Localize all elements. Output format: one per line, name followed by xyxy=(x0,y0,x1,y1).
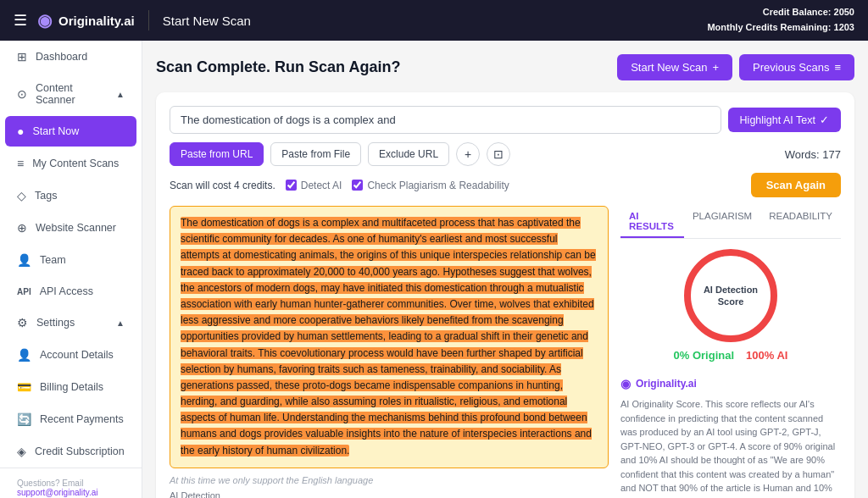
action-row: Paste from URL Paste from File Exclude U… xyxy=(170,142,841,166)
scan-text-input[interactable] xyxy=(170,106,721,134)
sidebar-item-website-scanner[interactable]: ⊕ Website Scanner xyxy=(5,213,136,243)
settings-icon: ⚙ xyxy=(17,316,28,329)
brand-name: Originality.ai xyxy=(636,378,697,390)
sidebar-label-dashboard: Dashboard xyxy=(36,51,87,63)
topbar-divider xyxy=(148,10,149,30)
main-content: Scan Complete. Run Scan Again? Start New… xyxy=(142,41,868,498)
logo: ◉ Originality.ai xyxy=(37,10,135,30)
topbar-page-title: Start New Scan xyxy=(163,14,251,28)
previous-scans-button[interactable]: Previous Scans ≡ xyxy=(739,54,854,80)
results-tabs: AI RESULTS PLAGIARISM READABILITY xyxy=(620,206,841,239)
tab-ai-results[interactable]: AI RESULTS xyxy=(620,206,684,238)
sidebar-label-api-access: API Access xyxy=(40,285,93,297)
payments-icon: 🔄 xyxy=(17,412,31,426)
logo-text: Originality.ai xyxy=(58,14,135,28)
plagiarism-checkbox[interactable]: Check Plagiarism & Readability xyxy=(352,180,509,191)
sidebar-item-billing-details[interactable]: 💳 Billing Details xyxy=(5,372,136,402)
sidebar-item-recent-payments[interactable]: 🔄 Recent Payments xyxy=(5,404,136,434)
scan-input-row: Highlight AI Text ✓ xyxy=(170,106,841,134)
add-button[interactable]: + xyxy=(456,142,480,166)
ai-detection-label: AI Detection xyxy=(170,490,609,498)
sidebar-item-my-team[interactable]: 👤 Team xyxy=(5,245,136,275)
sidebar-label-tags: Tags xyxy=(35,190,57,202)
sidebar-label-team: Team xyxy=(40,254,66,266)
topbar: ☰ ◉ Originality.ai Start New Scan Credit… xyxy=(0,0,868,41)
sidebar-item-my-content-scans[interactable]: ≡ My Content Scans xyxy=(5,148,136,179)
billing-icon: 💳 xyxy=(17,380,31,394)
sidebar-label-start-now: Start Now xyxy=(32,125,79,137)
results-panel: AI RESULTS PLAGIARISM READABILITY AI Det… xyxy=(620,206,841,498)
sidebar: ⊞ Dashboard ⊙ Content Scanner ▲ ● Start … xyxy=(0,41,142,498)
sidebar-bottom: Questions? Email support@originality.ai … xyxy=(0,468,142,498)
credit-balance-label: Credit Balance: xyxy=(763,7,832,17)
page-title: Scan Complete. Run Scan Again? xyxy=(156,58,400,76)
scan-cost: Scan will cost 4 credits. xyxy=(170,180,275,191)
sidebar-item-account-details[interactable]: 👤 Account Details xyxy=(5,340,136,370)
team-icon: 👤 xyxy=(17,253,31,267)
content-scans-icon: ≡ xyxy=(17,157,24,170)
credit-balance-value: 2050 xyxy=(834,7,854,17)
sidebar-item-settings[interactable]: ⚙ Settings ▲ xyxy=(5,307,136,338)
words-count: Words: 177 xyxy=(785,148,841,161)
sidebar-label-recent-payments: Recent Payments xyxy=(40,413,124,425)
sidebar-item-tags[interactable]: ◇ Tags xyxy=(5,180,136,211)
credit-sub-icon: ◈ xyxy=(17,445,26,458)
sidebar-label-billing-details: Billing Details xyxy=(40,381,103,393)
sidebar-item-content-scanner[interactable]: ⊙ Content Scanner ▲ xyxy=(5,74,136,114)
logo-icon: ◉ xyxy=(37,10,52,30)
account-icon: 👤 xyxy=(17,348,31,362)
chevron-up-icon: ▲ xyxy=(116,90,125,99)
support-email-link[interactable]: support@originality.ai xyxy=(17,488,98,497)
sidebar-label-content-scanner: Content Scanner xyxy=(36,82,108,106)
highlight-ai-text-button[interactable]: Highlight AI Text ✓ xyxy=(728,108,841,132)
start-new-scan-button[interactable]: Start New Scan + xyxy=(617,54,732,80)
sidebar-item-start-new-scan[interactable]: ● Start Now xyxy=(5,116,136,147)
chevron-up-icon-settings: ▲ xyxy=(116,318,125,328)
originality-brand: ◉ Originality.ai xyxy=(620,377,841,390)
sidebar-label-account-details: Account Details xyxy=(40,349,114,361)
sidebar-label-my-content-scans: My Content Scans xyxy=(32,158,119,169)
dashboard-icon: ⊞ xyxy=(17,50,27,64)
scan-again-button[interactable]: Scan Again xyxy=(751,173,841,197)
page-header: Scan Complete. Run Scan Again? Start New… xyxy=(156,54,854,80)
paste-from-file-button[interactable]: Paste from File xyxy=(270,142,361,166)
tags-icon: ◇ xyxy=(17,189,26,202)
highlighted-sentence: The domestication of dogs is a complex a… xyxy=(181,217,596,456)
brand-icon: ◉ xyxy=(620,377,631,390)
language-note: At this time we only support the English… xyxy=(170,475,609,485)
start-scan-icon: ● xyxy=(17,125,24,138)
api-icon: API xyxy=(17,287,31,296)
main-layout: ⊞ Dashboard ⊙ Content Scanner ▲ ● Start … xyxy=(0,41,868,498)
sidebar-item-credit-subscription[interactable]: ◈ Credit Subscription xyxy=(5,436,136,467)
tab-plagiarism[interactable]: PLAGIARISM xyxy=(684,206,760,238)
score-ai: 100% AI xyxy=(746,349,787,362)
score-circle-container: AI Detection Score 0% Original 100% AI xyxy=(620,249,841,368)
paste-from-url-button[interactable]: Paste from URL xyxy=(170,142,264,166)
header-actions: Start New Scan + Previous Scans ≡ xyxy=(617,54,854,80)
support-text: Questions? Email support@originality.ai xyxy=(5,475,136,498)
text-panel: The domestication of dogs is a complex a… xyxy=(170,206,609,498)
monthly-credits-value: 1203 xyxy=(834,22,854,32)
tab-readability[interactable]: READABILITY xyxy=(760,206,841,238)
sidebar-label-credit-subscription: Credit Subscription xyxy=(35,445,125,457)
score-description: AI Originality Score. This score reflect… xyxy=(620,397,841,498)
score-circle: AI Detection Score xyxy=(684,249,777,342)
hamburger-menu[interactable]: ☰ xyxy=(14,11,27,30)
score-original: 0% Original xyxy=(674,349,735,362)
website-scanner-icon: ⊕ xyxy=(17,221,27,235)
sidebar-label-website-scanner: Website Scanner xyxy=(36,222,116,234)
content-scanner-icon: ⊙ xyxy=(17,87,27,101)
scan-card: Highlight AI Text ✓ Paste from URL Paste… xyxy=(156,92,854,498)
sidebar-item-dashboard[interactable]: ⊞ Dashboard xyxy=(5,42,136,72)
scan-options: Scan will cost 4 credits. Detect AI Chec… xyxy=(170,173,841,197)
highlighted-text[interactable]: The domestication of dogs is a complex a… xyxy=(170,206,609,468)
copy-button[interactable]: ⊡ xyxy=(487,142,510,166)
topbar-credits: Credit Balance: 2050 Monthly Credits Rem… xyxy=(707,5,854,35)
exclude-url-button[interactable]: Exclude URL xyxy=(368,142,449,166)
monthly-credits-label: Monthly Credits Remaining: xyxy=(707,22,831,32)
sidebar-item-api-access[interactable]: API API Access xyxy=(5,277,136,306)
scan-content: The domestication of dogs is a complex a… xyxy=(170,206,841,498)
score-row: 0% Original 100% AI xyxy=(674,349,788,362)
detect-ai-checkbox[interactable]: Detect AI xyxy=(286,180,342,191)
sidebar-label-settings: Settings xyxy=(36,317,75,329)
